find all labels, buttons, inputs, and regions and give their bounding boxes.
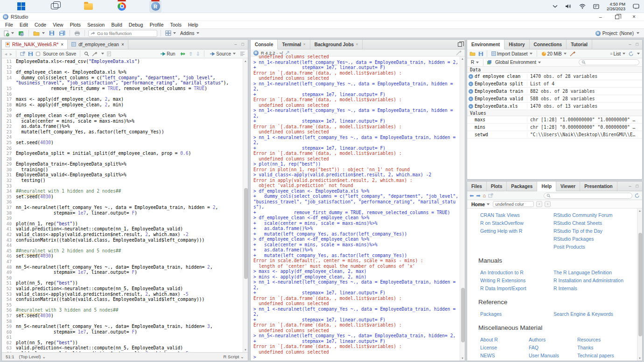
pane-tab-help[interactable]: Help [537, 181, 556, 191]
minimize-pane-icon[interactable]: ‒ [629, 184, 632, 188]
topic-next-button[interactable]: › [545, 201, 551, 207]
help-link[interactable]: The R Language Definition [553, 270, 627, 275]
project-selector[interactable]: R Project: (None) [595, 31, 641, 36]
help-back-button[interactable]: ⬅ [469, 193, 474, 199]
code-line[interactable]: 42valid_class<-apply(valid.prediction$ne… [2, 232, 248, 237]
code-line[interactable]: 51plot(nn_5, rep("best")) [2, 280, 248, 286]
go-prev-section-button[interactable]: ⇧ [189, 51, 193, 56]
pane-tab-viewer[interactable]: Viewer [556, 181, 580, 191]
code-line[interactable]: 29EmployeeData_train<-EmployeeData_split… [2, 161, 248, 167]
help-link[interactable]: About R [480, 337, 529, 342]
scroll-up-arrow[interactable]: ▲ [637, 209, 642, 213]
code-line[interactable]: 26 [2, 146, 248, 151]
code-line[interactable]: 13df_employee_clean <- EmployeeData.xls … [2, 70, 248, 75]
rerun-icon[interactable] [180, 52, 186, 56]
maximize-pane-icon[interactable]: □ [636, 184, 639, 188]
code-line[interactable]: 63valid.prediction<-neuralnet::compute(n… [2, 345, 248, 351]
menu-view[interactable]: View [49, 21, 67, 28]
env-object-row[interactable]: ▸EmployeeData_splitList of 4 [467, 80, 642, 88]
volume-icon[interactable] [565, 4, 572, 9]
help-link[interactable]: Thanks [577, 345, 626, 350]
menu-profile[interactable]: Profile [147, 21, 167, 28]
taskbar-clock[interactable]: 4:50 PM 2/26/2023 [607, 2, 625, 11]
help-link[interactable]: License [480, 345, 529, 350]
code-line[interactable]: 53valid_class<-apply(valid.prediction$ne… [2, 292, 248, 297]
help-link[interactable]: Technical papers [577, 353, 626, 358]
env-object-row[interactable]: ▸EmployeeData.xls1470 obs. of 13 variabl… [467, 103, 642, 110]
help-link[interactable]: Posit Products [553, 244, 628, 250]
minimize-button[interactable]: – [599, 14, 602, 20]
editor-tab-df-employee-clean[interactable]: df_employee_clean× [68, 40, 128, 49]
code-line[interactable]: 47 [2, 259, 248, 265]
start-button[interactable] [15, 0, 27, 13]
code-line[interactable]: 46set.seed(4030) [2, 253, 248, 259]
console-output[interactable]: undefined columns selected> nn_1<-neural… [251, 54, 460, 361]
help-link[interactable]: CRAN Task Views [480, 212, 553, 218]
menu-tools[interactable]: Tools [167, 21, 185, 28]
language-selector[interactable]: R [470, 59, 480, 66]
console-tab-console[interactable]: Console [251, 40, 278, 49]
console-scrollbar[interactable]: ▲ ▼ [460, 56, 465, 361]
env-object-row[interactable]: maxschr [1:28] "1.000000000" "1.00000000… [467, 116, 642, 124]
help-link[interactable]: FAQ [529, 345, 577, 350]
env-object-row[interactable]: minschr [1:28] "0.000000000" "0.00000000… [467, 124, 642, 131]
chrome-button[interactable] [116, 0, 128, 13]
code-line[interactable]: 55 [2, 302, 248, 308]
rstudio-taskbar-button[interactable]: R [149, 0, 161, 13]
env-tab-tutorial[interactable]: Tutorial [567, 40, 592, 49]
code-line[interactable]: 15 remove_first_dummy = TRUE, remove_sel… [2, 86, 248, 91]
notifications-icon[interactable] [633, 4, 639, 9]
help-link[interactable]: User Manuals [529, 353, 577, 358]
code-line[interactable]: 54confusionMatrix((table(vaild.class, Em… [2, 297, 248, 302]
expand-arrow-icon[interactable]: ▸ [469, 89, 473, 94]
editor-tab-rfile-naik-week6-r-[interactable]: Rfile_NAIK_Week6.R*× [2, 40, 68, 49]
scroll-down-arrow[interactable]: ▼ [637, 356, 642, 361]
file-explorer-button[interactable] [82, 0, 94, 13]
menu-debug[interactable]: Debug [126, 21, 147, 28]
code-line[interactable]: 57set.seed(4030) [2, 313, 248, 319]
nav-forward-button[interactable]: ▸ [10, 51, 12, 56]
help-topic-input[interactable] [493, 201, 534, 207]
menu-help[interactable]: Help [185, 21, 202, 28]
code-line[interactable]: 37nn_1<-neuralnet(left_company_Yes ~., d… [2, 205, 248, 210]
code-line[interactable]: 11EmployeeData.xls<-read_csv("EmployeeDa… [2, 59, 248, 64]
code-line[interactable]: 19 [2, 107, 248, 113]
pane-tab-presentation[interactable]: Presentation [580, 181, 617, 191]
code-line[interactable]: 40plot(nn_1, rep("best")) [2, 221, 248, 227]
addins-button[interactable]: Addins [179, 29, 200, 37]
nav-back-button[interactable]: ◂ [5, 51, 7, 56]
help-search[interactable] [544, 193, 632, 199]
code-editor[interactable]: 11EmployeeData.xls<-read_csv("EmployeeDa… [2, 59, 248, 352]
pane-tab-plots[interactable]: Plots [487, 181, 507, 191]
code-line[interactable]: 44 [2, 243, 248, 248]
scroll-up-arrow[interactable]: ▲ [243, 59, 248, 63]
tab-close-icon[interactable]: × [61, 42, 63, 47]
env-tab-history[interactable]: History [504, 40, 529, 49]
code-line[interactable]: 52valid.prediction<-neuralnet::compute(n… [2, 286, 248, 292]
maximize-pane-icon[interactable]: □ [636, 42, 639, 47]
code-tools-icon[interactable] [92, 51, 98, 56]
pane-tab-files[interactable]: Files [467, 181, 487, 191]
code-line[interactable]: 34##neuralnet with 1 hidden and 2 nodes#… [2, 188, 248, 194]
code-line[interactable]: 35set.seed(4030) [2, 194, 248, 200]
maximize-pane-icon[interactable]: □ [242, 42, 245, 47]
help-scrollbar[interactable]: ▲ ▼ [637, 209, 642, 361]
tab-close-icon[interactable]: × [356, 42, 358, 47]
code-line[interactable]: 43confusionMatrix((table(valid.class, Em… [2, 237, 248, 243]
source-button[interactable]: Source [209, 50, 237, 57]
clear-objects-icon[interactable] [570, 51, 576, 56]
menu-session[interactable]: Session [84, 21, 108, 28]
help-home-selector[interactable]: Home [470, 201, 490, 208]
source-on-save-checkbox[interactable] [36, 52, 40, 56]
code-line[interactable]: 58 [2, 319, 248, 324]
list-view-button[interactable]: ≡ List [609, 50, 626, 57]
minimize-pane-icon[interactable]: ‒ [629, 42, 632, 47]
expand-arrow-icon[interactable]: ▸ [469, 104, 473, 109]
code-line[interactable]: 49 stepmax= 1e7, linear.output= F) [2, 270, 248, 275]
compile-report-icon[interactable] [107, 51, 111, 56]
help-link[interactable]: Search Engine & Keywords [553, 311, 627, 317]
env-tab-connections[interactable]: Connections [530, 40, 567, 49]
code-line[interactable]: 12 [2, 64, 248, 70]
help-link[interactable]: RStudio Cheat Sheets [553, 220, 628, 226]
restore-button[interactable] [615, 15, 619, 19]
